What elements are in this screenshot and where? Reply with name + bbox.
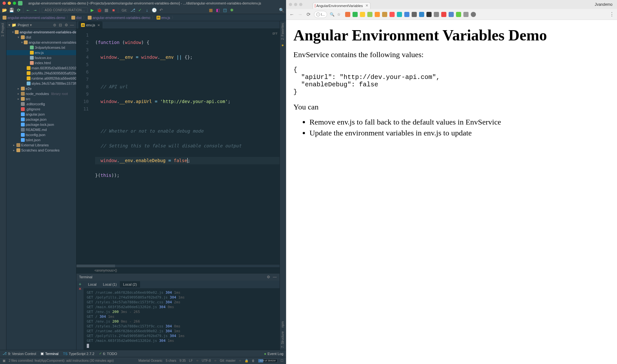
run-icon[interactable]: ▶ xyxy=(90,8,95,13)
toolbar-app-icon[interactable]: ◧ xyxy=(215,8,220,13)
editor-breadcrumb[interactable]: <anonymous>() xyxy=(76,267,280,273)
extension-icon[interactable] xyxy=(426,12,432,17)
breadcrumb-item[interactable]: JSenv.js xyxy=(156,16,170,20)
tree-item[interactable]: 3rdpartylicenses.txt xyxy=(6,45,76,50)
toolbar-grid-icon[interactable]: ▦ xyxy=(208,8,213,13)
minimize-window-dot[interactable] xyxy=(294,3,297,6)
trash-icon[interactable]: 🗑 xyxy=(252,359,255,362)
extension-icon[interactable] xyxy=(441,12,446,17)
collapse-icon[interactable]: ▾ xyxy=(8,23,10,27)
tree-item[interactable]: ▸src xyxy=(6,96,76,101)
line-ending[interactable]: LF xyxy=(189,359,193,362)
debug-icon[interactable]: 🐞 xyxy=(97,8,102,13)
tool-window-button-project[interactable]: 1: Project xyxy=(0,21,6,39)
tool-window-button-terminal[interactable]: ▣Terminal xyxy=(40,351,58,356)
chevron-icon[interactable]: ▸ xyxy=(17,92,20,95)
address-bar[interactable]: i l... xyxy=(314,11,327,18)
extension-icon[interactable] xyxy=(463,12,469,17)
chevron-icon[interactable]: ▸ xyxy=(12,149,15,152)
zoom-window-dot[interactable] xyxy=(299,3,302,6)
toolbar-puzzle-icon[interactable]: ✱ xyxy=(229,8,235,13)
code-content[interactable]: (function (window) { window.__env = wind… xyxy=(93,29,280,264)
browser-menu-icon[interactable]: ⋮ xyxy=(609,11,614,17)
gear-icon[interactable]: ⚙ xyxy=(64,23,68,27)
terminal-tab-local-2[interactable]: Local (2) xyxy=(120,281,140,288)
tree-item[interactable]: ▸node_modules library root xyxy=(6,91,76,96)
tree-item[interactable]: ▸e2e xyxy=(6,86,76,91)
help-icon[interactable] xyxy=(471,12,476,17)
stop-icon[interactable]: ■ xyxy=(111,8,116,13)
zoom-icon[interactable]: 🔍 xyxy=(330,12,335,17)
breadcrumb-item[interactable]: angular-environment-variables-demo xyxy=(3,16,65,20)
horizontal-scrollbar[interactable] xyxy=(76,264,280,267)
tree-item[interactable]: .gitignore xyxy=(6,107,76,112)
extension-icon[interactable] xyxy=(345,12,350,17)
tool-window-button-favorites[interactable]: 2: Favorites xyxy=(280,21,286,42)
terminal-output[interactable]: GET /runtime.a66f828dca56eeb90e02.js 304… xyxy=(84,288,280,350)
collapse-all-icon[interactable]: ⊟ xyxy=(58,23,63,27)
chevron-icon[interactable]: ▸ xyxy=(17,87,20,90)
tree-item[interactable]: main.603f35d2a00de613202d.js xyxy=(6,65,76,71)
tool-window-button-todo[interactable]: ✓6: TODO xyxy=(99,351,117,356)
git-history-icon[interactable]: 🕓 xyxy=(152,8,157,13)
reload-button[interactable]: ⟳ xyxy=(306,12,311,17)
target-icon[interactable]: ⊚ xyxy=(52,23,57,27)
extension-icon[interactable] xyxy=(449,12,454,17)
project-view-title[interactable]: Project xyxy=(18,23,29,27)
terminal-tab-local[interactable]: Local xyxy=(85,281,100,288)
tree-item[interactable]: package.json xyxy=(6,117,76,122)
tree-item[interactable]: package-lock.json xyxy=(6,122,76,127)
hide-icon[interactable]: — xyxy=(273,275,277,279)
extension-icon[interactable] xyxy=(375,12,380,17)
gear-icon[interactable]: ⚙ xyxy=(266,275,271,279)
git-revert-icon[interactable]: ↶ xyxy=(159,8,164,13)
tree-item[interactable]: ▸Scratches and Consoles xyxy=(6,148,76,153)
extension-icon[interactable] xyxy=(412,12,417,17)
tree-item[interactable]: ▾dist xyxy=(6,35,76,40)
star-icon[interactable]: ☆ xyxy=(337,12,341,17)
extension-icon[interactable] xyxy=(360,12,365,17)
chevron-down-icon[interactable]: ▾ xyxy=(12,30,14,34)
terminal-tab-local-1[interactable]: Local (1) xyxy=(100,281,120,288)
tree-item[interactable]: favicon.ico xyxy=(6,55,76,60)
close-window-dot[interactable] xyxy=(289,3,292,6)
toolbar-layout-icon[interactable]: ◫ xyxy=(222,8,228,13)
tree-item[interactable]: index.html xyxy=(6,60,76,65)
code-editor[interactable]: OFF 1234567891011 (function (window) { w… xyxy=(76,29,280,264)
git-commit-icon[interactable]: ✓ xyxy=(138,8,143,13)
close-window-dot[interactable] xyxy=(3,2,6,5)
chevron-icon[interactable]: ▸ xyxy=(12,143,15,147)
tree-item[interactable]: tsconfig.json xyxy=(6,132,76,137)
close-tab-icon[interactable]: ✕ xyxy=(97,23,100,27)
tree-root[interactable]: ▾ angular-environment-variables-demo ~/P… xyxy=(6,30,76,35)
star-icon[interactable]: ★ xyxy=(280,42,286,49)
git-update-icon[interactable]: ↓ xyxy=(145,8,150,13)
lock-icon[interactable]: 🔒 xyxy=(245,359,248,362)
breadcrumb-item[interactable]: angular-environment-variables-demo xyxy=(88,16,150,20)
profile-name[interactable]: Jvandemo xyxy=(595,2,613,7)
close-terminal-icon[interactable]: ✕ xyxy=(77,287,83,291)
tree-item[interactable]: styles.34c57ab7888ec1573f9c.css xyxy=(6,81,76,86)
notifications-icon[interactable]: ☐ xyxy=(281,359,283,362)
extension-icon[interactable] xyxy=(397,12,402,17)
extension-icon[interactable] xyxy=(367,12,372,17)
refresh-icon[interactable]: ⟳ xyxy=(16,8,21,13)
back-icon[interactable]: ← xyxy=(25,8,31,13)
back-button[interactable]: ← xyxy=(289,12,295,17)
run-configuration-select[interactable]: ADD CONFIGURATION... xyxy=(42,7,88,13)
info-icon[interactable]: i xyxy=(316,13,320,16)
tool-window-button-npm[interactable]: npm xyxy=(280,319,286,329)
extension-icon[interactable] xyxy=(434,12,439,17)
search-icon[interactable]: 🔍 xyxy=(279,8,284,13)
forward-icon[interactable]: → xyxy=(32,8,38,13)
tree-item[interactable]: polyfills.2f4a59095805af02bd79.js xyxy=(6,71,76,76)
chevron-icon[interactable]: ▸ xyxy=(17,97,20,100)
memory-indicator[interactable]: 929 of 3641M xyxy=(258,359,277,363)
tool-window-button-typescript[interactable]: TSTypeScript 2.7.2 xyxy=(63,352,94,356)
chevron-down-icon[interactable]: ▾ xyxy=(30,23,32,27)
add-terminal-icon[interactable]: + xyxy=(77,282,83,287)
extension-icon[interactable] xyxy=(382,12,387,17)
windows-icon[interactable]: ▣ xyxy=(3,359,5,362)
tree-item[interactable]: env.js xyxy=(6,50,76,55)
event-log-button[interactable]: ●Event Log xyxy=(264,352,283,356)
